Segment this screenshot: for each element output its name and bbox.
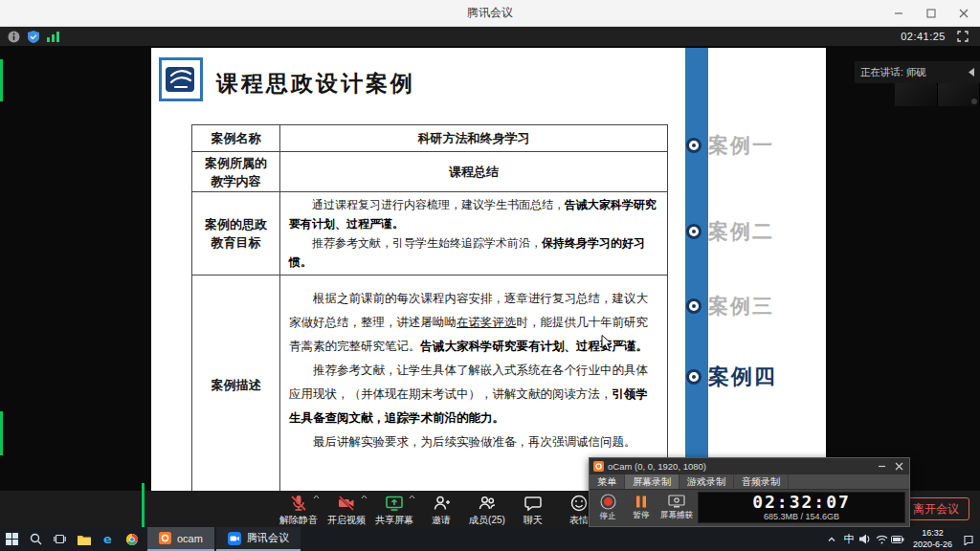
toolbar-share-screen[interactable]: 共享屏幕: [375, 494, 413, 527]
ribbon-label: 案例三: [708, 293, 774, 320]
slide-title: 课程思政设计案例: [216, 69, 415, 99]
taskbar-left: e: [0, 527, 144, 551]
ocam-button-label: 暂停: [634, 510, 650, 521]
taskbar-windows-logo-button[interactable]: [0, 527, 24, 551]
ime-indicator[interactable]: 中: [840, 532, 858, 546]
taskbar-file-explorer-button[interactable]: [72, 527, 96, 551]
ribbon-item-1: 案例一: [689, 134, 774, 157]
ocam-pause-button[interactable]: 暂停: [627, 494, 656, 522]
row-content: 通过课程复习进行内容梳理，建议学生书面总结，告诫大家科学研究要有计划、过程严谨。…: [280, 192, 668, 276]
video-thumbnail[interactable]: [938, 83, 980, 106]
app-window: 腾讯会议 02:41:25 课程思政设计案例 案例名称科研方法和终身学习案例所属…: [0, 0, 980, 551]
maximize-icon: [926, 9, 936, 18]
file-explorer-icon: [78, 534, 91, 545]
recording-timer: 02:32:07: [752, 494, 851, 511]
taskbar-app[interactable]: 腾讯会议: [216, 527, 301, 551]
tray-date: 2020-6-26: [913, 540, 952, 550]
network-icon[interactable]: [874, 527, 890, 551]
maximize-button[interactable]: [915, 0, 947, 26]
taskbar: e ocam腾讯会议 中 16:32 2020-6-26: [0, 527, 980, 551]
row-label: 案例描述: [192, 276, 280, 495]
toolbar-item-label: 邀请: [432, 514, 451, 527]
shield-icon[interactable]: [28, 31, 39, 43]
caret-up-icon[interactable]: [409, 495, 415, 499]
row-content: 科研方法和终身学习: [280, 125, 668, 152]
battery-icon[interactable]: [890, 527, 906, 551]
search-icon: [30, 533, 42, 545]
toolbar-members[interactable]: 成员(25): [469, 494, 505, 527]
paragraph: 通过课程复习进行内容梳理，建议学生书面总结，告诫大家科学研究要有计划、过程严谨。: [289, 195, 658, 233]
ribbon-label: 案例二: [708, 218, 774, 245]
svg-text:e: e: [103, 533, 112, 545]
slide-logo-icon: [159, 57, 203, 101]
volume-icon[interactable]: [858, 527, 874, 551]
window-titlebar: 腾讯会议: [0, 0, 980, 27]
ocam-titlebar[interactable]: oCam (0, 0, 1920, 1080): [590, 458, 909, 474]
toolbar-invite[interactable]: 邀请: [423, 494, 459, 527]
ocam-stop-button[interactable]: 停止: [593, 494, 622, 522]
ocam-menu-item[interactable]: 游戏录制: [679, 474, 734, 489]
ocam-icon: [159, 532, 171, 544]
tencent-meeting-icon: [228, 532, 241, 545]
video-thumbnails[interactable]: [895, 83, 980, 106]
active-speaker-banner: 正在讲话: 师砚: [855, 61, 980, 83]
taskbar-app-label: 腾讯会议: [247, 531, 289, 545]
caret-up-icon[interactable]: [361, 495, 368, 499]
chat-icon: [523, 494, 543, 513]
ocam-menu-item[interactable]: 菜单: [590, 474, 625, 489]
toolbar-item-label: 聊天: [523, 514, 543, 527]
ocam-menu-item[interactable]: 音频录制: [734, 474, 789, 489]
toolbar-mic-muted[interactable]: 解除静音: [279, 494, 318, 527]
taskbar-search-button[interactable]: [24, 527, 48, 551]
close-button[interactable]: [947, 0, 980, 26]
caret-up-icon[interactable]: [313, 495, 320, 499]
fullscreen-icon[interactable]: [957, 31, 969, 42]
info-icon[interactable]: [8, 31, 20, 43]
camera-off-icon: [337, 494, 356, 513]
windows-logo-icon: [6, 533, 18, 545]
ocam-menu: 菜单屏幕录制游戏录制音频录制: [590, 474, 909, 490]
ocam-minimize-button[interactable]: [875, 458, 888, 474]
task-view-icon: [54, 533, 66, 545]
taskbar-edge-button[interactable]: e: [96, 527, 120, 551]
chrome-icon: [126, 534, 138, 545]
ribbon-label: 案例四: [708, 363, 777, 391]
ribbon-item-2: 案例二: [689, 220, 774, 243]
paragraph: 最后讲解实验要求，为后续实验做准备，再次强调诚信问题。: [289, 430, 658, 454]
capture-artifact: [0, 59, 3, 101]
ocam-display: 02:32:07 685.3MB / 154.6GB: [698, 492, 905, 523]
leave-meeting-button[interactable]: 离开会议: [902, 497, 969, 520]
ocam-button-label: 停止: [600, 511, 616, 522]
taskbar-app-label: ocam: [177, 533, 203, 544]
taskbar-apps: ocam腾讯会议: [147, 527, 302, 551]
video-thumbnail[interactable]: [895, 83, 938, 106]
taskbar-app[interactable]: ocam: [147, 527, 214, 551]
row-content-text: 课程总结: [289, 164, 658, 181]
table-row: 案例的思政 教育目标通过课程复习进行内容梳理，建议学生书面总结，告诫大家科学研究…: [192, 192, 668, 276]
minimize-button[interactable]: [882, 0, 915, 26]
clock[interactable]: 16:32 2020-6-26: [913, 528, 952, 550]
minimize-icon: [894, 9, 903, 18]
row-content: 课程总结: [280, 152, 668, 192]
ribbon-dot-icon: [689, 372, 699, 382]
pause-icon: [635, 495, 648, 509]
hidden-icons-chevron[interactable]: [824, 527, 840, 551]
ocam-window-title: oCam (0, 0, 1920, 1080): [608, 461, 871, 472]
toolbar-camera-off[interactable]: 开启视频: [327, 494, 366, 527]
taskbar-chrome-button[interactable]: [120, 527, 144, 551]
collapse-left-icon[interactable]: [969, 68, 974, 77]
mic-muted-icon: [289, 494, 308, 513]
edge-icon: e: [101, 533, 114, 545]
toolbar-chat[interactable]: 聊天: [515, 494, 551, 527]
ocam-capture-button[interactable]: 屏幕捕获: [660, 494, 693, 522]
system-tray: 中 16:32 2020-6-26: [824, 527, 980, 551]
notification-icon[interactable]: [957, 527, 980, 551]
ocam-menu-item[interactable]: 屏幕录制: [625, 474, 679, 489]
taskbar-task-view-button[interactable]: [48, 527, 72, 551]
toolbar-item-label: 开启视频: [327, 514, 366, 527]
ribbon-item-3: 案例三: [689, 295, 774, 318]
ocam-close-button[interactable]: [892, 458, 905, 474]
paragraph: 推荐参考文献，让学生具体了解嵌入式系统在各个行业中的具体应用现状，（并体现在期末…: [289, 359, 658, 430]
ribbon-dot-icon: [689, 141, 699, 150]
table-row: 案例所属的 教学内容课程总结: [192, 152, 668, 192]
